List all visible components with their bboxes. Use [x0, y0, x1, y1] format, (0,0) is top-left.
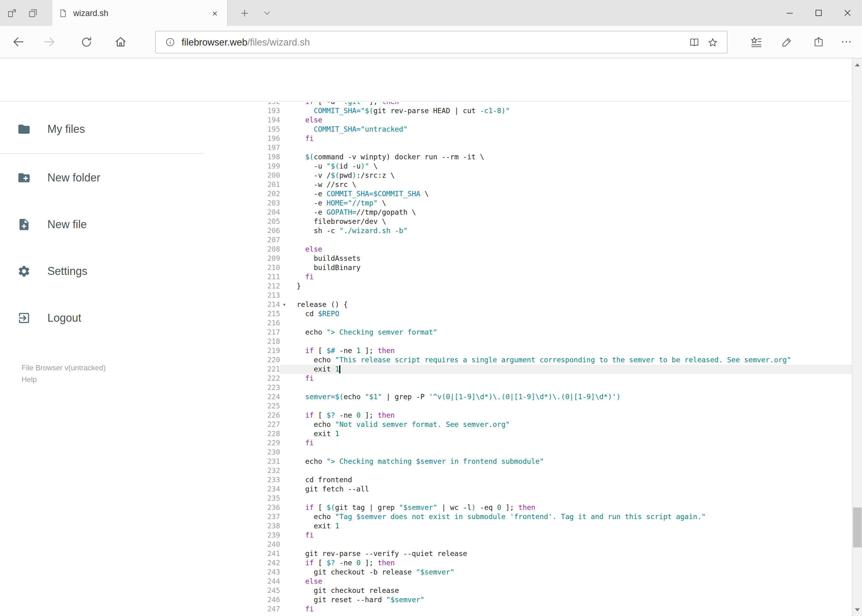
code-line-204[interactable]: 204 -e GOPATH=//tmp/gopath \	[203, 208, 851, 217]
code-text[interactable]	[289, 319, 851, 328]
code-text[interactable]	[289, 448, 851, 457]
code-text[interactable]: else	[289, 577, 851, 586]
code-text[interactable]: if [ $? -ne 0 ]; then	[289, 411, 851, 420]
reading-view-button[interactable]	[685, 33, 703, 51]
code-text[interactable]: -u "$(id -u)" \	[289, 162, 851, 171]
page-scrollbar[interactable]	[851, 58, 862, 616]
code-line-228[interactable]: 228 exit 1	[203, 429, 851, 438]
code-text[interactable]: -e COMMIT_SHA=$COMMIT_SHA \	[289, 189, 851, 199]
code-line-245[interactable]: 245 git checkout release	[203, 586, 851, 596]
code-text[interactable]	[289, 494, 851, 503]
code-line-199[interactable]: 199 -u "$(id -u)" \	[203, 162, 851, 171]
code-line-246[interactable]: 246 git reset --hard "$semver"	[203, 596, 851, 605]
code-text[interactable]: sh -c "./wizard.sh -b"	[289, 226, 851, 236]
code-text[interactable]: -e HOME="//tmp" \	[289, 199, 851, 208]
code-line-205[interactable]: 205 filebrowser/dev \	[203, 217, 851, 226]
code-text[interactable]: git reset --hard "$semver"	[289, 596, 851, 605]
code-text[interactable]: else	[289, 116, 851, 125]
code-text[interactable]: exit 1	[289, 365, 851, 374]
code-line-240[interactable]: 240	[203, 540, 851, 549]
tabs-set-aside-button[interactable]	[25, 4, 41, 22]
code-line-210[interactable]: 210 buildBinary	[203, 263, 851, 272]
code-line-214[interactable]: 214▾release () {	[203, 300, 851, 310]
code-text[interactable]: exit 1	[289, 429, 851, 438]
code-line-244[interactable]: 244 else	[203, 577, 851, 586]
scrollbar-thumb[interactable]	[853, 508, 861, 547]
code-line-195[interactable]: 195 COMMIT_SHA="untracked"	[203, 125, 851, 134]
code-line-220[interactable]: 220 echo "This release script requires a…	[203, 355, 851, 365]
code-line-202[interactable]: 202 -e COMMIT_SHA=$COMMIT_SHA \	[203, 189, 851, 199]
code-text[interactable]: -e GOPATH=//tmp/gopath \	[289, 208, 851, 217]
code-line-222[interactable]: 222 fi	[203, 374, 851, 383]
code-line-198[interactable]: 198 $(command -v winpty) docker run --rm…	[203, 152, 851, 162]
window-close-button[interactable]	[833, 0, 862, 26]
code-line-233[interactable]: 233 cd frontend	[203, 475, 851, 485]
code-line-238[interactable]: 238 exit 1	[203, 522, 851, 531]
forward-button[interactable]	[39, 31, 60, 52]
code-text[interactable]: cd $REPO	[289, 310, 851, 319]
code-text[interactable]: git rev-parse --verify --quiet release	[289, 549, 851, 558]
code-text[interactable]: COMMIT_SHA="untracked"	[289, 125, 851, 134]
help-link[interactable]: Help	[22, 374, 106, 386]
code-text[interactable]: git fetch --all	[289, 485, 851, 494]
sidebar-item-new-folder[interactable]: New folder	[0, 154, 203, 201]
code-text[interactable]: echo "> Checking matching $semver in fro…	[289, 457, 851, 466]
code-text[interactable]: cd frontend	[289, 475, 851, 485]
code-line-208[interactable]: 208 else	[203, 245, 851, 254]
share-button[interactable]	[808, 31, 829, 52]
code-text[interactable]: else	[289, 245, 851, 254]
web-note-pen-button[interactable]	[777, 31, 798, 52]
code-text[interactable]: echo "Tag $semver does not exist in subm…	[289, 512, 851, 522]
code-line-242[interactable]: 242 if [ $? -ne 0 ]; then	[203, 558, 851, 568]
code-editor[interactable]: 192 if [ -d ".git" ]; then193 COMMIT_SHA…	[203, 102, 851, 616]
code-text[interactable]: exit 1	[289, 522, 851, 531]
tab-close-button[interactable]: ×	[209, 8, 221, 18]
new-tab-button[interactable]	[234, 0, 255, 26]
code-line-216[interactable]: 216	[203, 319, 851, 328]
code-line-201[interactable]: 201 -w //src \	[203, 180, 851, 189]
more-options-button[interactable]	[836, 31, 857, 52]
code-text[interactable]	[289, 402, 851, 411]
code-text[interactable]: COMMIT_SHA="$(git rev-parse HEAD | cut -…	[289, 107, 851, 116]
code-line-194[interactable]: 194 else	[203, 116, 851, 125]
code-text[interactable]: if [ $? -ne 0 ]; then	[289, 558, 851, 568]
code-text[interactable]: if [ $# -ne 1 ]; then	[289, 346, 851, 355]
code-line-200[interactable]: 200 -v /$(pwd):/src:z \	[203, 171, 851, 180]
code-line-234[interactable]: 234 git fetch --all	[203, 485, 851, 494]
code-line-196[interactable]: 196 fi	[203, 134, 851, 143]
code-line-226[interactable]: 226 if [ $? -ne 0 ]; then	[203, 411, 851, 420]
code-text[interactable]: fi	[289, 374, 851, 383]
code-text[interactable]: if [ $(git tag | grep "$semver" | wc -l)…	[289, 503, 851, 512]
code-line-203[interactable]: 203 -e HOME="//tmp" \	[203, 199, 851, 208]
code-text[interactable]: fi	[289, 134, 851, 143]
code-text[interactable]: fi	[289, 531, 851, 540]
code-line-224[interactable]: 224 semver=$(echo "$1" | grep -P '^v(0|[…	[203, 393, 851, 402]
hub-favorites-button[interactable]	[745, 31, 766, 52]
code-line-219[interactable]: 219 if [ $# -ne 1 ]; then	[203, 346, 851, 355]
code-line-211[interactable]: 211 fi	[203, 272, 851, 282]
code-line-229[interactable]: 229 fi	[203, 438, 851, 448]
code-line-239[interactable]: 239 fi	[203, 531, 851, 540]
sidebar-item-logout[interactable]: Logout	[0, 295, 203, 341]
scrollbar-down-arrow[interactable]	[852, 605, 862, 615]
code-text[interactable]: -w //src \	[289, 180, 851, 189]
window-maximize-button[interactable]	[804, 0, 833, 26]
code-text[interactable]	[289, 143, 851, 152]
code-text[interactable]: buildAssets	[289, 254, 851, 263]
code-line-243[interactable]: 243 git checkout -b release "$semver"	[203, 568, 851, 577]
code-text[interactable]: echo "Not valid semver format. See semve…	[289, 420, 851, 429]
code-text[interactable]: }	[289, 282, 851, 291]
back-button[interactable]	[8, 31, 29, 52]
code-text[interactable]: release () {	[289, 300, 851, 310]
refresh-button[interactable]	[76, 31, 97, 52]
fold-marker-icon[interactable]: ▾	[280, 300, 289, 310]
code-line-236[interactable]: 236 if [ $(git tag | grep "$semver" | wc…	[203, 503, 851, 512]
code-line-212[interactable]: 212}	[203, 282, 851, 291]
window-minimize-button[interactable]	[775, 0, 804, 26]
code-text[interactable]: $(command -v winpty) docker run --rm -it…	[289, 152, 851, 162]
code-line-235[interactable]: 235	[203, 494, 851, 503]
code-text[interactable]	[289, 337, 851, 346]
scrollbar-up-arrow[interactable]	[852, 60, 862, 69]
code-line-206[interactable]: 206 sh -c "./wizard.sh -b"	[203, 226, 851, 236]
code-line-209[interactable]: 209 buildAssets	[203, 254, 851, 263]
